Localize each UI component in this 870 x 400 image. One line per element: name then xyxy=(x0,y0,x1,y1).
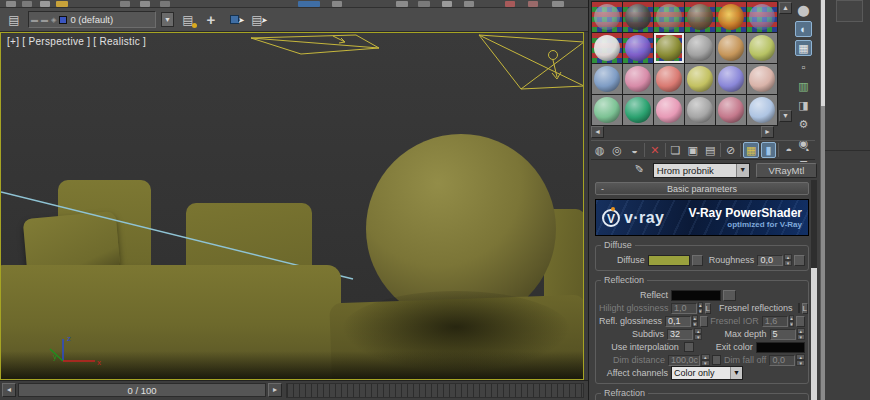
background-icon[interactable]: ▦ xyxy=(795,40,812,56)
diffuse-color-swatch[interactable] xyxy=(648,255,690,266)
layer-manager-icon[interactable]: ▤ xyxy=(5,12,23,28)
make-unique-icon[interactable]: ▣ xyxy=(685,142,700,158)
show-in-viewport-icon[interactable]: ▦ xyxy=(743,142,758,158)
refl-glossiness-map-button[interactable] xyxy=(700,316,709,327)
material-slot[interactable] xyxy=(654,33,684,63)
fresnel-lock-button[interactable]: L xyxy=(802,303,808,314)
layer-select-dropdown[interactable]: ▬ ▬ ◈ 0 (default) xyxy=(28,11,156,28)
dim-distance-checkbox[interactable] xyxy=(712,355,722,365)
select-objects-in-layer-button[interactable]: ➤ xyxy=(225,12,243,28)
material-slot[interactable] xyxy=(685,64,715,94)
viewport-label[interactable]: [+] [ Perspective ] [ Realistic ] xyxy=(7,36,146,47)
track-bar-ruler[interactable] xyxy=(286,383,584,398)
toolbar-icon-stub[interactable] xyxy=(120,1,130,7)
slots-scroll-down-button[interactable]: ▼ xyxy=(779,110,792,122)
material-type-button[interactable]: VRayMtl xyxy=(756,163,817,178)
sample-uv-tiling-icon[interactable]: ▫ xyxy=(795,59,812,75)
material-slot[interactable] xyxy=(716,64,746,94)
roughness-field[interactable]: 0,0 xyxy=(757,255,783,266)
material-slot[interactable] xyxy=(747,2,777,32)
toolbar-icon-stub[interactable] xyxy=(418,1,430,7)
toolbar-icon-stub[interactable] xyxy=(464,1,474,7)
toolbar-icon-stub[interactable] xyxy=(505,1,515,7)
toolbar-icon-stub[interactable] xyxy=(56,1,68,7)
create-new-layer-icon[interactable]: ▤ xyxy=(179,12,197,28)
slots-scroll-right-button[interactable]: ► xyxy=(761,126,774,138)
material-slot[interactable] xyxy=(685,95,715,125)
slots-scroll-left-button[interactable]: ◄ xyxy=(591,126,604,138)
pick-material-eyedropper-icon[interactable]: ✐ xyxy=(631,162,647,178)
material-slot[interactable] xyxy=(747,95,777,125)
go-forward-sibling-icon[interactable]: ◔ xyxy=(799,142,814,158)
material-slot[interactable] xyxy=(654,64,684,94)
material-slot[interactable] xyxy=(716,33,746,63)
refl-glossiness-spinner[interactable]: ▴▾ xyxy=(692,315,698,327)
show-end-result-icon[interactable]: ▮ xyxy=(761,142,776,158)
subdivs-field[interactable]: 32 xyxy=(667,329,693,340)
hilight-lock-button[interactable]: L xyxy=(705,303,711,314)
toolbar-icon-stub[interactable] xyxy=(40,1,50,7)
material-name-dropdown-arrow[interactable]: ▼ xyxy=(736,164,749,177)
toolbar-icon-stub[interactable] xyxy=(6,1,16,7)
material-slot[interactable] xyxy=(685,2,715,32)
material-slot[interactable] xyxy=(592,95,622,125)
material-name-dropdown[interactable]: Hrom probnik ▼ xyxy=(653,163,750,178)
toolbar-icon-stub[interactable] xyxy=(22,1,32,7)
get-material-icon[interactable]: ◍ xyxy=(592,142,607,158)
max-depth-spinner[interactable]: ▴▾ xyxy=(797,328,805,340)
material-slot[interactable] xyxy=(747,33,777,63)
next-frame-button[interactable]: ▸ xyxy=(268,383,282,397)
make-preview-icon[interactable]: ◨ xyxy=(795,97,812,113)
max-depth-field[interactable]: 5 xyxy=(770,329,796,340)
material-editor-scrollbar[interactable] xyxy=(811,180,817,400)
material-slot[interactable] xyxy=(623,95,653,125)
roughness-map-button[interactable] xyxy=(794,255,805,266)
material-slot[interactable] xyxy=(685,33,715,63)
basic-parameters-rollout[interactable]: - Basic parameters xyxy=(595,182,809,195)
toolbar-icon-stub[interactable] xyxy=(298,1,320,7)
material-slot[interactable] xyxy=(654,95,684,125)
toolbar-icon-stub[interactable] xyxy=(528,1,538,7)
add-selection-to-layer-button[interactable]: + xyxy=(202,12,220,28)
toolbar-icon-stub[interactable] xyxy=(396,1,408,7)
material-slot[interactable] xyxy=(747,64,777,94)
toolbar-icon-stub[interactable] xyxy=(442,1,452,7)
toolbar-icon-stub[interactable] xyxy=(332,1,342,7)
exit-color-swatch[interactable] xyxy=(756,342,805,353)
put-to-library-icon[interactable]: ▤ xyxy=(703,142,718,158)
affect-channels-dropdown[interactable]: Color only ▼ xyxy=(671,366,743,380)
previous-frame-button[interactable]: ◂ xyxy=(2,383,16,397)
slots-scroll-up-button[interactable]: ▲ xyxy=(779,2,792,14)
fresnel-reflections-checkbox[interactable] xyxy=(798,303,800,313)
use-interpolation-checkbox[interactable] xyxy=(684,342,694,352)
time-slider[interactable]: 0 / 100 xyxy=(18,383,266,397)
material-slot[interactable] xyxy=(623,33,653,63)
material-slot[interactable] xyxy=(716,95,746,125)
roughness-spinner[interactable]: ▴▾ xyxy=(784,254,791,266)
assign-to-selection-icon[interactable]: ◒ xyxy=(627,142,642,158)
refl-glossiness-field[interactable]: 0,1 xyxy=(665,316,691,327)
make-copy-icon[interactable]: ❏ xyxy=(668,142,683,158)
material-options-icon[interactable]: ⚙ xyxy=(795,116,812,132)
reset-material-icon[interactable]: ✕ xyxy=(647,142,662,158)
reflect-color-swatch[interactable] xyxy=(671,290,721,301)
material-slot[interactable] xyxy=(654,2,684,32)
put-to-scene-icon[interactable]: ◎ xyxy=(609,142,624,158)
material-slot[interactable] xyxy=(592,64,622,94)
layer-dropdown-arrow[interactable]: ▼ xyxy=(161,12,174,27)
material-id-icon[interactable]: ⊘ xyxy=(723,142,738,158)
material-slot[interactable] xyxy=(623,2,653,32)
toolbar-icon-stub[interactable] xyxy=(160,1,170,7)
material-slot[interactable] xyxy=(623,64,653,94)
sample-type-icon[interactable]: ⬤ xyxy=(795,2,812,18)
reflect-map-button[interactable] xyxy=(723,290,736,301)
material-slot[interactable] xyxy=(592,2,622,32)
go-to-parent-icon[interactable]: ◓ xyxy=(781,142,796,158)
fresnel-ior-map-button[interactable] xyxy=(796,316,805,327)
material-slot[interactable] xyxy=(592,33,622,63)
video-color-check-icon[interactable]: ▥ xyxy=(795,78,812,94)
scrollbar-thumb[interactable] xyxy=(811,268,817,400)
backlight-icon[interactable]: ◐ xyxy=(795,21,812,37)
set-current-layer-button[interactable]: ▤➤ xyxy=(248,12,266,28)
material-slot[interactable] xyxy=(716,2,746,32)
